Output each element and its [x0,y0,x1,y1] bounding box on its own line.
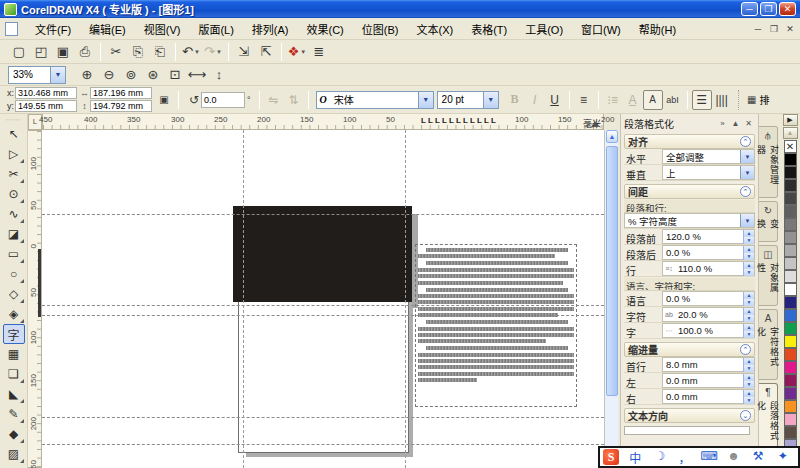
color-swatch[interactable] [784,322,797,335]
vertical-scrollbar[interactable]: ▲ [604,130,618,468]
indent-marker[interactable] [591,121,599,127]
crop-tool[interactable]: ✂ [3,164,25,184]
tab-object-properties[interactable]: ◫对象属性 [759,245,778,306]
chevron-down-icon[interactable]: ▼ [483,92,498,108]
ime-mode-chinese[interactable]: 中 [623,449,648,466]
color-swatch[interactable] [784,296,797,309]
color-swatch[interactable] [784,387,797,400]
interactive-fill-tool[interactable]: ▨ [3,444,25,464]
docker-collapse-icon[interactable]: » [716,119,729,128]
tab-stop-marker[interactable]: L [442,117,447,125]
color-swatch[interactable] [784,361,797,374]
bulleted-list-button[interactable]: ⁝≡ [603,90,623,110]
section-header-间距[interactable]: 间距⌃ [624,184,755,199]
minimize-button[interactable]: ─ [741,2,758,16]
tab-stop-marker[interactable]: L [456,117,461,125]
tab-stop-marker[interactable]: L [477,117,482,125]
underline-button[interactable]: U [545,90,565,110]
zoom-out-button[interactable]: ⊖ [98,65,120,85]
open-button[interactable]: ◰ [30,42,52,62]
tab-stop-marker[interactable]: L [449,117,454,125]
interactive-blend-tool[interactable]: ❏ [3,364,25,384]
vertical-guideline[interactable] [405,130,406,468]
spin-down-icon[interactable]: ▼ [744,397,754,404]
color-swatch[interactable] [784,426,797,439]
new-button[interactable]: ▢ [8,42,30,62]
undo-button[interactable]: ↶▼ [180,42,202,62]
tab-transformations[interactable]: ↻变换 [759,201,778,242]
font-size-combo[interactable]: 20 pt ▼ [437,91,499,109]
spin-down-icon[interactable]: ▼ [744,253,754,260]
color-swatch[interactable] [784,309,797,322]
tab-stop-marker[interactable]: L [421,117,426,125]
spin-up-icon[interactable]: ▲ [744,390,754,397]
arrange-toolbar-icon[interactable]: ▦ [744,90,760,110]
zoom-tool[interactable]: ⊙ [3,184,25,204]
tab-stop-marker[interactable]: L [428,117,433,125]
fill-tool[interactable]: ◆ [3,424,25,444]
columns-button[interactable]: |||| [712,90,732,110]
horizontal-guideline[interactable] [42,417,604,418]
font-list-combo[interactable]: O 宋体 ▼ [316,91,434,109]
horizontal-guideline[interactable] [42,444,604,445]
document-icon[interactable] [5,22,18,36]
color-swatch[interactable] [784,257,797,270]
polygon-tool[interactable]: ◇ [3,284,25,304]
section-header-文本方向[interactable]: 文本方向⌄ [624,408,755,423]
ime-punctuation-icon[interactable]: ， [672,449,697,466]
spinner-control[interactable]: ▲▼ [743,308,754,322]
vertical-guideline[interactable] [243,130,244,468]
color-swatch[interactable] [784,205,797,218]
zoom-width-button[interactable]: ⟷ [186,65,208,85]
row-field[interactable]: ab20.0 %▲▼ [662,307,755,322]
paragraph-text-frame-button[interactable]: ☰ [692,90,712,110]
spin-up-icon[interactable]: ▲ [744,358,754,365]
tab-stop-marker[interactable]: L [463,117,468,125]
color-swatch[interactable] [784,270,797,283]
menu-item-6[interactable]: 位图(B) [353,18,408,40]
spin-up-icon[interactable]: ▲ [744,374,754,381]
color-swatch[interactable] [784,179,797,192]
tab-stop-marker[interactable]: L [435,117,440,125]
spin-down-icon[interactable]: ▼ [744,365,754,372]
text-direction-dropdown[interactable] [624,426,750,435]
y-position-field[interactable]: 149.55 mm [15,100,77,112]
color-swatch[interactable] [784,283,797,296]
menu-item-9[interactable]: 工具(O) [516,18,572,40]
copy-button[interactable]: ⎘ [127,42,149,62]
child-minimize-button[interactable]: ─ [750,22,766,35]
lock-ratio-icon[interactable]: ▣ [154,90,174,110]
rotation-angle-field[interactable]: 0.0 [201,92,245,108]
object-height-field[interactable]: 194.792 mm [90,100,152,112]
horizontal-ruler[interactable]: 毫米 45040035030025020015010050100150200LL… [42,114,604,130]
menu-item-3[interactable]: 版面(L) [189,18,242,40]
child-restore-button[interactable]: ❐ [766,22,782,35]
spin-down-icon[interactable]: ▼ [744,315,754,322]
chevron-down-icon[interactable]: ▼ [740,166,754,179]
section-header-对齐[interactable]: 对齐⌃ [624,134,755,149]
shape-tool[interactable]: ▷ [3,144,25,164]
color-swatch[interactable] [784,153,797,166]
row-field[interactable]: 全部调整▼ [662,149,755,164]
row-field[interactable]: ≡↕110.0 %▲▼ [662,261,755,276]
eyedropper-tool[interactable]: ◣ [3,384,25,404]
ime-skin-icon[interactable]: ⚒ [746,449,771,466]
spin-down-icon[interactable]: ▼ [744,269,754,276]
row-field[interactable]: 8.0 mm▲▼ [662,357,755,372]
close-button[interactable]: ✕ [779,2,796,16]
row-field[interactable]: 上▼ [662,165,755,180]
application-launcher-button[interactable]: ❖▼ [286,42,308,62]
zoom-level-combo[interactable]: 33% ▼ [8,66,66,84]
color-swatch[interactable] [784,166,797,179]
spin-down-icon[interactable]: ▼ [744,299,754,306]
expand-icon[interactable]: ⌄ [740,410,751,421]
menu-item-5[interactable]: 效果(C) [298,18,353,40]
ime-account-icon[interactable]: ☻ [721,449,746,466]
color-swatch[interactable] [784,218,797,231]
menu-item-8[interactable]: 表格(T) [462,18,516,40]
tab-stop-marker[interactable]: L [484,117,489,125]
x-position-field[interactable]: 310.468 mm [15,87,77,99]
menu-item-11[interactable]: 帮助(H) [630,18,685,40]
ime-soft-keyboard-icon[interactable]: ⌨ [697,449,722,466]
spinner-control[interactable]: ▲▼ [743,390,754,404]
